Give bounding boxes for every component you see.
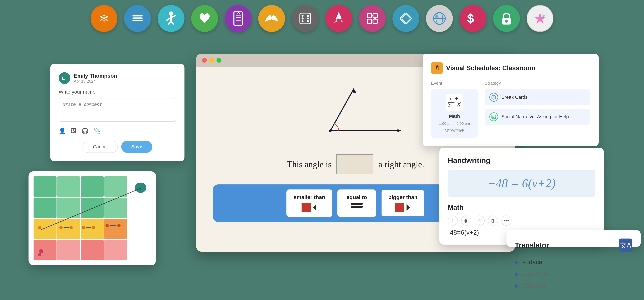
comment-date: Apr 18 2024	[74, 79, 117, 84]
grid-cell	[57, 240, 80, 260]
play-button-3[interactable]: ▶	[515, 282, 519, 289]
choice-label-smaller: smaller than	[294, 194, 325, 200]
trans-title: Translator	[515, 241, 549, 249]
red-square-bigger	[395, 203, 404, 212]
wings-app-icon[interactable]	[258, 5, 285, 32]
hw-equation: −48 = 6(v+2)	[454, 176, 589, 190]
grid-chart	[28, 171, 156, 265]
choice-icon-bigger	[395, 203, 411, 212]
sphere-app-icon[interactable]	[426, 5, 453, 32]
grid-cell	[81, 240, 104, 260]
choice-label-equal: equal to	[346, 194, 367, 200]
text-tool-button[interactable]: T	[448, 216, 458, 226]
svg-text:x: x	[457, 100, 461, 108]
vs-header: 🗓 Visual Schedules: Classroom	[431, 62, 590, 74]
rocket-app-icon[interactable]	[325, 5, 352, 32]
svg-text:+1: +1	[448, 97, 451, 101]
minimize-button[interactable]	[209, 58, 214, 63]
trans-header: Translator 文A	[515, 238, 632, 252]
vs-event-time: 1:00 pm – 2:00 pm	[439, 121, 470, 126]
answer-box	[336, 154, 373, 174]
angle-svg	[297, 80, 414, 144]
vs-app-icon: 🗓	[431, 62, 443, 74]
svg-point-16	[307, 15, 309, 17]
avatar: ET	[59, 72, 70, 84]
svg-rect-2	[132, 20, 142, 21]
comment-prompt: Write your name	[59, 89, 176, 95]
svg-rect-0	[132, 15, 142, 17]
grid-cell	[34, 198, 56, 218]
arrow-smaller	[312, 203, 317, 212]
trans-word-3: sobrefaz	[522, 282, 546, 289]
heart-app-icon[interactable]	[191, 5, 218, 32]
math-icon-svg: 1 +1 2 ÷ x	[447, 95, 462, 110]
dollar-app-icon[interactable]: $	[460, 5, 486, 32]
choice-icon-smaller	[302, 203, 317, 212]
svg-rect-14	[300, 13, 310, 24]
diamond-app-icon[interactable]	[392, 5, 419, 32]
svg-point-59	[492, 116, 494, 117]
svg-point-26	[371, 15, 373, 17]
choice-smaller-than[interactable]: smaller than	[286, 190, 332, 217]
vs-event-column: Event 1 +1 2 ÷ x Math 1:00 pm – 2:00 p	[431, 81, 478, 138]
comment-meta: Emily Thompson Apr 18 2024	[74, 73, 117, 84]
svg-point-20	[307, 20, 309, 22]
dice-app-icon[interactable]	[292, 5, 319, 32]
vs-event-label: Math	[449, 113, 460, 119]
grid-cell	[81, 176, 104, 197]
heart-tool-button[interactable]: ♡	[474, 216, 485, 226]
trans-item-1: ▶ surface	[515, 259, 632, 266]
grid-cell	[128, 176, 151, 197]
grid-cell	[104, 198, 127, 218]
svg-point-19	[302, 20, 304, 22]
choice-label-bigger: bigger than	[388, 194, 418, 200]
figure-app-icon[interactable]	[158, 5, 184, 32]
spark-app-icon[interactable]	[526, 5, 554, 32]
visual-schedules-panel: 🗓 Visual Schedules: Classroom Event 1 +1…	[422, 54, 599, 146]
play-button-2[interactable]: ▶	[515, 271, 519, 277]
svg-rect-25	[373, 19, 377, 24]
person-icon: 👤	[59, 127, 66, 134]
grid-cell	[128, 198, 151, 218]
more-tool-button[interactable]: •••	[502, 216, 512, 226]
choice-bigger-than[interactable]: bigger than	[381, 190, 425, 217]
red-square-smaller	[302, 203, 311, 212]
grid-cell	[128, 240, 151, 260]
svg-text:3: 3	[237, 11, 240, 15]
snowflake-app-icon[interactable]: ❄	[90, 5, 118, 32]
vs-strategy-item-1[interactable]: Break Cards	[485, 89, 590, 105]
trans-lang-icon: 文A	[619, 238, 632, 252]
vs-strategy-text-2: Social Narrative: Asking for Help	[502, 114, 569, 119]
choice-icon-equal	[351, 203, 362, 208]
vs-strategy-image-icon	[489, 112, 498, 121]
vs-event-card: 1 +1 2 ÷ x Math 1:00 pm – 2:00 pm M/T/W/…	[431, 89, 478, 138]
svg-rect-37	[506, 21, 507, 23]
delete-tool-button[interactable]: 🗑	[488, 216, 498, 226]
grid-cell	[81, 198, 104, 218]
vs-event-days: M/T/W/Th/F	[445, 128, 464, 133]
svg-point-45	[329, 129, 332, 132]
save-button[interactable]: Save	[121, 141, 152, 153]
notebook-app-icon[interactable]: 3	[225, 5, 252, 32]
vs-strategy-col-header: Strategy	[485, 81, 590, 86]
grid-chart-inner	[34, 176, 151, 260]
puzzle-app-icon[interactable]	[359, 5, 386, 32]
cancel-button[interactable]: Cancel	[82, 141, 118, 153]
layers-app-icon[interactable]	[124, 5, 151, 32]
grid-cell	[57, 176, 80, 197]
play-button-1[interactable]: ▶	[515, 259, 519, 265]
svg-line-43	[330, 89, 354, 131]
choice-equal-to[interactable]: equal to	[338, 190, 376, 217]
close-button[interactable]	[202, 58, 207, 63]
maximize-button[interactable]	[216, 58, 221, 63]
fill-tool-button[interactable]: ◉	[461, 216, 471, 226]
headphone-icon: 🎧	[82, 127, 88, 134]
comment-textarea[interactable]	[59, 98, 176, 122]
comment-header: ET Emily Thompson Apr 18 2024	[59, 72, 176, 84]
translator-panel: Translator 文A ▶ surface ▶ superficie ▶ s…	[506, 230, 641, 247]
vs-strategy-item-2[interactable]: Social Narrative: Asking for Help	[485, 109, 590, 125]
trans-word-2: superficie	[522, 270, 548, 277]
trans-word-1: surface	[522, 259, 542, 266]
lock-app-icon[interactable]	[493, 5, 520, 32]
grid-cell	[34, 240, 56, 260]
